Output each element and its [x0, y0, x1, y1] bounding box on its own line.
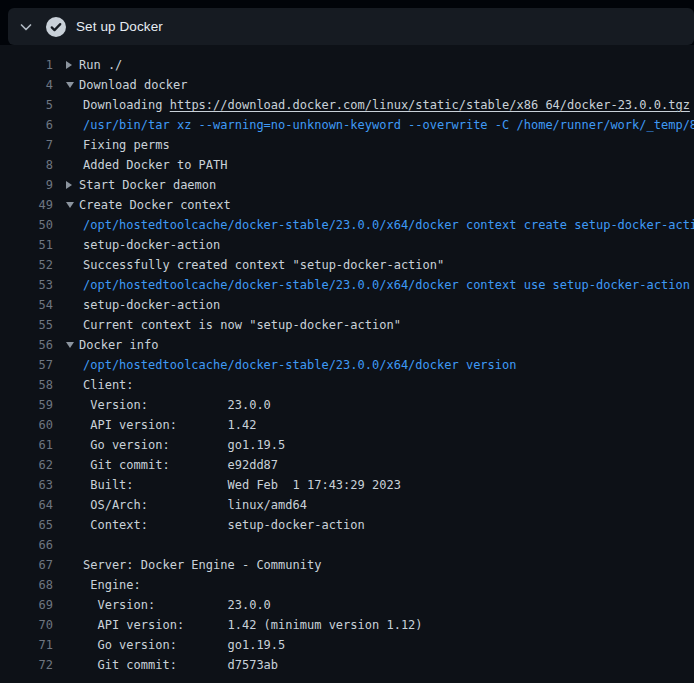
- line-number[interactable]: 60: [0, 415, 53, 435]
- line-number[interactable]: 57: [0, 355, 53, 375]
- line-number[interactable]: 70: [0, 615, 53, 635]
- log-segment: Git commit: d7573ab: [83, 658, 278, 672]
- line-number[interactable]: 59: [0, 395, 53, 415]
- line-number[interactable]: 4: [0, 75, 53, 95]
- line-number[interactable]: 54: [0, 295, 53, 315]
- log-text: /opt/hostedtoolcache/docker-stable/23.0.…: [66, 355, 516, 375]
- step-header[interactable]: Set up Docker: [8, 8, 694, 45]
- line-number[interactable]: 5: [0, 95, 53, 115]
- log-line: 55Current context is now "setup-docker-a…: [0, 315, 694, 335]
- line-number[interactable]: 8: [0, 155, 53, 175]
- line-number[interactable]: 66: [0, 535, 53, 555]
- triangle-down-icon[interactable]: [66, 335, 79, 355]
- line-number[interactable]: 9: [0, 175, 53, 195]
- line-number[interactable]: 55: [0, 315, 53, 335]
- log-text: API version: 1.42 (minimum version 1.12): [66, 615, 423, 635]
- log-text: Context: setup-docker-action: [66, 515, 365, 535]
- log-segment: Fixing perms: [83, 138, 170, 152]
- log: 1Run ./4Download docker5Downloading http…: [0, 45, 694, 683]
- line-number[interactable]: 64: [0, 495, 53, 515]
- log-line: 4Download docker: [0, 75, 694, 95]
- log-text: OS/Arch: linux/amd64: [66, 495, 307, 515]
- triangle-right-icon[interactable]: [66, 55, 79, 75]
- log-text: Engine:: [66, 575, 141, 595]
- log-line: 65 Context: setup-docker-action: [0, 515, 694, 535]
- log-line: 51setup-docker-action: [0, 235, 694, 255]
- log-segment: Version: 23.0.0: [83, 398, 271, 412]
- line-number[interactable]: 49: [0, 195, 53, 215]
- log-line: 63 Built: Wed Feb 1 17:43:29 2023: [0, 475, 694, 495]
- log-text: API version: 1.42: [66, 415, 256, 435]
- log-text: Downloading https://download.docker.com/…: [66, 95, 690, 115]
- log-text: /opt/hostedtoolcache/docker-stable/23.0.…: [66, 215, 694, 235]
- log-text: Version: 23.0.0: [66, 595, 271, 615]
- line-number[interactable]: 62: [0, 455, 53, 475]
- triangle-right-icon[interactable]: [66, 175, 79, 195]
- line-number[interactable]: 69: [0, 595, 53, 615]
- log-line: 67Server: Docker Engine - Community: [0, 555, 694, 575]
- log-text: Fixing perms: [66, 135, 170, 155]
- log-line: 61 Go version: go1.19.5: [0, 435, 694, 455]
- line-number[interactable]: 53: [0, 275, 53, 295]
- log-line: 68 Engine:: [0, 575, 694, 595]
- log-line: 72 Git commit: d7573ab: [0, 655, 694, 675]
- log-group-header[interactable]: Start Docker daemon: [66, 175, 216, 195]
- log-segment: Downloading: [83, 98, 170, 112]
- log-line: 59 Version: 23.0.0: [0, 395, 694, 415]
- line-number[interactable]: 51: [0, 235, 53, 255]
- check-circle-icon: [46, 17, 66, 37]
- log-line: 60 API version: 1.42: [0, 415, 694, 435]
- log-segment: Current context is now "setup-docker-act…: [83, 318, 401, 332]
- log-link[interactable]: https://download.docker.com/linux/static…: [170, 98, 690, 112]
- line-number[interactable]: 61: [0, 435, 53, 455]
- log-segment: Built: Wed Feb 1 17:43:29 2023: [83, 478, 401, 492]
- triangle-down-icon[interactable]: [66, 195, 79, 215]
- log-line: 70 API version: 1.42 (minimum version 1.…: [0, 615, 694, 635]
- log-line: 64 OS/Arch: linux/amd64: [0, 495, 694, 515]
- log-segment: API version: 1.42: [83, 418, 256, 432]
- log-text: setup-docker-action: [66, 235, 220, 255]
- log-text: Built: Wed Feb 1 17:43:29 2023: [66, 475, 401, 495]
- log-segment: Client:: [83, 378, 134, 392]
- line-number[interactable]: 1: [0, 55, 53, 75]
- line-number[interactable]: 52: [0, 255, 53, 275]
- log-segment: Context: setup-docker-action: [83, 518, 365, 532]
- line-number[interactable]: 65: [0, 515, 53, 535]
- triangle-down-icon[interactable]: [66, 75, 79, 95]
- line-number[interactable]: 6: [0, 115, 53, 135]
- log-segment: Start Docker daemon: [79, 178, 216, 192]
- log-line: 57/opt/hostedtoolcache/docker-stable/23.…: [0, 355, 694, 375]
- log-line: 50/opt/hostedtoolcache/docker-stable/23.…: [0, 215, 694, 235]
- line-number[interactable]: 56: [0, 335, 53, 355]
- chevron-down-icon[interactable]: [18, 19, 34, 35]
- line-number[interactable]: 63: [0, 475, 53, 495]
- log-line: 66: [0, 535, 694, 555]
- line-number[interactable]: 71: [0, 635, 53, 655]
- log-group-header[interactable]: Download docker: [66, 75, 187, 95]
- log-segment: Server: Docker Engine - Community: [83, 558, 321, 572]
- log-line: 54setup-docker-action: [0, 295, 694, 315]
- log-segment: /opt/hostedtoolcache/docker-stable/23.0.…: [83, 358, 516, 372]
- log-line: 53/opt/hostedtoolcache/docker-stable/23.…: [0, 275, 694, 295]
- log-text: /usr/bin/tar xz --warning=no-unknown-key…: [66, 115, 694, 135]
- line-number[interactable]: 7: [0, 135, 53, 155]
- log-text: Version: 23.0.0: [66, 395, 271, 415]
- log-segment: Successfully created context "setup-dock…: [83, 258, 444, 272]
- log-segment: Go version: go1.19.5: [83, 438, 285, 452]
- log-line: 5Downloading https://download.docker.com…: [0, 95, 694, 115]
- log-segment: Engine:: [83, 578, 141, 592]
- line-number[interactable]: 67: [0, 555, 53, 575]
- log-group-header[interactable]: Create Docker context: [66, 195, 231, 215]
- line-number[interactable]: 50: [0, 215, 53, 235]
- log-line: 49Create Docker context: [0, 195, 694, 215]
- log-group-header[interactable]: Run ./: [66, 55, 122, 75]
- log-segment: Added Docker to PATH: [83, 158, 228, 172]
- log-text: Git commit: e92dd87: [66, 455, 278, 475]
- line-number[interactable]: 58: [0, 375, 53, 395]
- log-line: 62 Git commit: e92dd87: [0, 455, 694, 475]
- line-number[interactable]: 68: [0, 575, 53, 595]
- log-line: 69 Version: 23.0.0: [0, 595, 694, 615]
- log-text: /opt/hostedtoolcache/docker-stable/23.0.…: [66, 275, 690, 295]
- log-group-header[interactable]: Docker info: [66, 335, 158, 355]
- line-number[interactable]: 72: [0, 655, 53, 675]
